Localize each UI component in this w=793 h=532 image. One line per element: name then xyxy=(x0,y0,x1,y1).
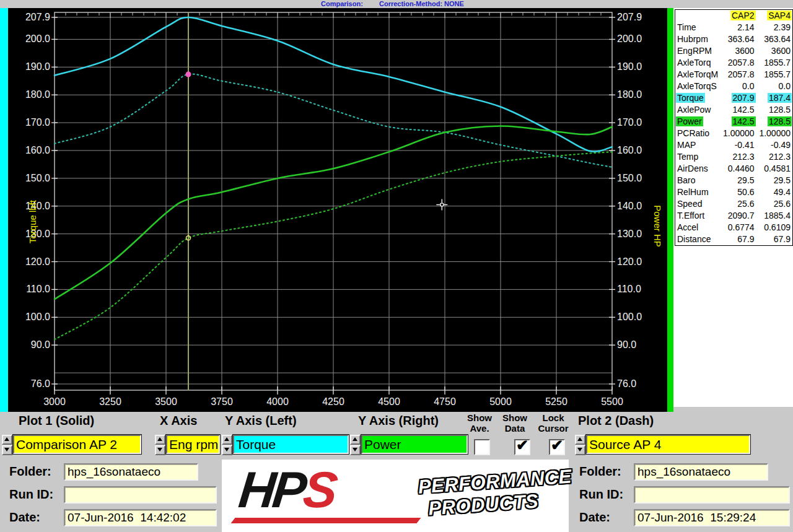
spinner-up-icon xyxy=(350,435,361,445)
dyno-chart[interactable]: 207.9207.9200.0200.0190.0190.0180.0180.0… xyxy=(0,8,673,412)
axis-labels: 207.9207.9200.0200.0190.0190.0180.0180.0… xyxy=(25,12,642,407)
lock-cursor-label: LockCursor xyxy=(530,412,576,434)
runid-input-right[interactable] xyxy=(634,486,790,504)
runid-label-right: Run ID: xyxy=(579,487,623,502)
logo-swoosh-icon xyxy=(230,518,421,523)
date-input-left[interactable]: 07-Jun-2016 14:42:02 xyxy=(64,509,217,526)
channel-data-table: CAP2SAP4Time2.142.39Hubrpm363.64363.64En… xyxy=(675,9,793,246)
logo-tagline: PERFORMANCE PRODUCTS xyxy=(418,465,574,520)
table-row: Temp212.3212.3 xyxy=(675,151,793,163)
svg-text:4500: 4500 xyxy=(378,396,400,407)
show-ave-checkbox[interactable]: ✔ xyxy=(474,439,490,455)
table-header-row: CAP2SAP4 xyxy=(675,10,793,22)
spinner-down-icon xyxy=(350,445,361,455)
svg-text:150.0: 150.0 xyxy=(25,173,50,183)
svg-text:90.0: 90.0 xyxy=(31,339,50,350)
yaxis-right-select[interactable]: Power xyxy=(361,435,468,454)
spinner-up-icon xyxy=(2,435,12,445)
xaxis-label: X Axis xyxy=(160,414,197,428)
svg-text:160.0: 160.0 xyxy=(25,145,50,155)
plot2-select[interactable]: Source AP 4 xyxy=(586,435,750,454)
date-label-left: Date: xyxy=(9,510,40,525)
svg-text:90.0: 90.0 xyxy=(617,339,636,350)
right-axis-title: Power HP xyxy=(652,205,663,247)
footer: Folder: hps_16sonataeco Run ID: Date: 07… xyxy=(0,460,793,532)
svg-text:110.0: 110.0 xyxy=(617,284,641,294)
check-icon: ✔ xyxy=(516,437,528,454)
left-axis-title: Torque lbft xyxy=(27,199,38,243)
plot1-select[interactable]: Comparison AP 2 xyxy=(13,435,141,454)
col-cap2: CAP2 xyxy=(730,11,756,20)
yaxis-right-label: Y Axis (Right) xyxy=(358,414,439,428)
svg-text:170.0: 170.0 xyxy=(617,117,642,128)
table-row: Time2.142.39 xyxy=(675,22,793,33)
logo-panel: HPS PERFORMANCE PRODUCTS xyxy=(222,460,569,532)
table-row: AxleTorqM2057.81855.7 xyxy=(675,69,793,81)
table-row: Accel0.67740.6109 xyxy=(675,222,793,233)
controls-bar: Plot 1 (Solid) X Axis Y Axis (Left) Y Ax… xyxy=(0,412,793,460)
xaxis-spinner[interactable] xyxy=(155,435,165,455)
mouse-crosshair-icon xyxy=(436,199,447,211)
svg-text:100.0: 100.0 xyxy=(617,312,642,322)
table-row: MAP-0.41-0.49 xyxy=(675,139,793,151)
table-row: Hubrpm363.64363.64 xyxy=(675,33,793,45)
svg-text:76.0: 76.0 xyxy=(617,378,636,389)
svg-text:4000: 4000 xyxy=(266,396,289,407)
table-row: Power142.5128.5 xyxy=(675,116,793,128)
col-sap4: SAP4 xyxy=(767,11,792,20)
spinner-down-icon xyxy=(222,445,232,455)
yaxis-left-select[interactable]: Torque xyxy=(233,435,349,454)
chart-panel: 207.9207.9200.0200.0190.0190.0180.0180.0… xyxy=(0,8,673,412)
yaxis-right-spinner[interactable] xyxy=(350,435,361,455)
folder-label-right: Folder: xyxy=(579,464,621,479)
table-row: PCRatio1.000001.00000 xyxy=(675,128,793,139)
svg-text:120.0: 120.0 xyxy=(617,256,642,267)
svg-text:207.9: 207.9 xyxy=(25,12,50,22)
spinner-up-icon xyxy=(575,435,585,445)
cursor-point-marker xyxy=(186,72,191,77)
lock-cursor-checkbox[interactable]: ✔ xyxy=(549,439,565,455)
xaxis-select[interactable]: Eng rpm xyxy=(166,435,220,454)
spinner-up-icon xyxy=(222,435,232,445)
plot2-spinner[interactable] xyxy=(575,435,585,455)
check-icon: ✔ xyxy=(551,437,563,454)
svg-text:3500: 3500 xyxy=(155,396,177,407)
svg-text:200.0: 200.0 xyxy=(617,33,642,44)
folder-input-left[interactable]: hps_16sonataeco xyxy=(64,463,198,481)
svg-text:140.0: 140.0 xyxy=(617,201,642,211)
svg-text:120.0: 120.0 xyxy=(25,256,50,267)
gridlines xyxy=(55,12,612,390)
data-table-panel: CAP2SAP4Time2.142.39Hubrpm363.64363.64En… xyxy=(673,8,793,407)
svg-text:170.0: 170.0 xyxy=(25,117,50,128)
table-row: T.Effort2090.71885.4 xyxy=(675,210,793,222)
show-data-checkbox[interactable]: ✔ xyxy=(514,439,530,455)
svg-text:180.0: 180.0 xyxy=(617,89,642,100)
plot1-spinner[interactable] xyxy=(2,435,12,455)
logo-hp: HP xyxy=(236,461,306,518)
folder-label-left: Folder: xyxy=(9,464,51,479)
folder-input-right[interactable]: hps_16sonataeco xyxy=(634,463,768,481)
show-data-label: ShowData xyxy=(498,412,532,434)
date-label-right: Date: xyxy=(579,510,610,525)
svg-text:3250: 3250 xyxy=(99,396,121,407)
spinner-down-icon xyxy=(575,445,585,455)
svg-text:5000: 5000 xyxy=(489,396,512,407)
date-input-right[interactable]: 07-Jun-2016 15:29:24 xyxy=(634,509,790,526)
svg-text:110.0: 110.0 xyxy=(26,284,50,294)
hps-logo: HPS xyxy=(237,464,337,515)
svg-text:207.9: 207.9 xyxy=(617,12,642,22)
table-row: AxleTorq2057.81855.7 xyxy=(675,57,793,69)
runid-input-left[interactable] xyxy=(64,486,217,504)
table-row: AirDens0.44600.4581 xyxy=(675,163,793,175)
table-row: Distance67.967.9 xyxy=(675,233,793,246)
svg-text:150.0: 150.0 xyxy=(617,173,642,183)
yaxis-left-spinner[interactable] xyxy=(222,435,232,455)
spinner-down-icon xyxy=(2,445,12,455)
svg-text:130.0: 130.0 xyxy=(617,229,642,239)
plot2-label: Plot 2 (Dash) xyxy=(578,414,654,428)
svg-text:5500: 5500 xyxy=(601,396,623,407)
runid-label-left: Run ID: xyxy=(9,487,53,502)
yaxis-left-label: Y Axis (Left) xyxy=(225,414,297,428)
table-row: RelHum50.649.4 xyxy=(675,186,793,198)
table-row: AxlePow142.5128.5 xyxy=(675,104,793,116)
